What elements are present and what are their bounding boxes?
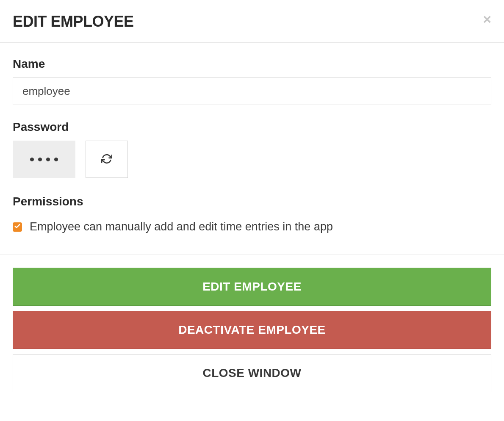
- refresh-icon: [101, 153, 112, 166]
- checkmark-icon: [14, 223, 21, 231]
- modal-body: Name Password: [0, 43, 504, 255]
- permissions-label: Permissions: [13, 195, 491, 208]
- name-label: Name: [13, 57, 491, 71]
- password-masked-dots: [30, 158, 58, 161]
- modal-footer: EDIT EMPLOYEE DEACTIVATE EMPLOYEE CLOSE …: [0, 255, 504, 403]
- edit-employee-modal: EDIT EMPLOYEE × Name Password: [0, 0, 504, 403]
- edit-employee-button[interactable]: EDIT EMPLOYEE: [13, 268, 491, 306]
- name-input[interactable]: [13, 78, 491, 105]
- refresh-password-button[interactable]: [86, 141, 128, 178]
- deactivate-employee-button[interactable]: DEACTIVATE EMPLOYEE: [13, 311, 491, 349]
- permission-checkbox-row: Employee can manually add and edit time …: [13, 220, 491, 233]
- permission-checkbox-label: Employee can manually add and edit time …: [30, 220, 333, 233]
- close-icon[interactable]: ×: [483, 12, 491, 26]
- modal-header: EDIT EMPLOYEE ×: [0, 0, 504, 43]
- close-window-button[interactable]: CLOSE WINDOW: [13, 354, 491, 392]
- modal-title: EDIT EMPLOYEE: [13, 13, 491, 30]
- password-row: [13, 141, 491, 178]
- password-display: [13, 141, 75, 178]
- password-label: Password: [13, 120, 491, 134]
- permission-checkbox[interactable]: [13, 222, 22, 232]
